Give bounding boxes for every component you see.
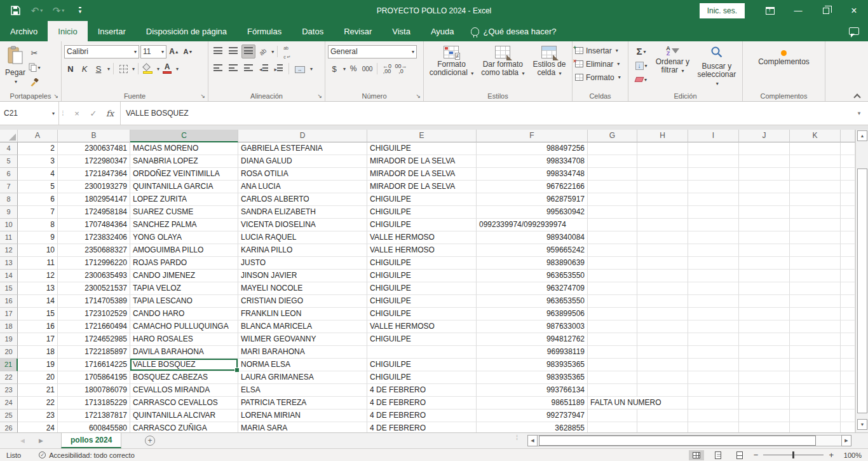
cell-J15[interactable] xyxy=(739,282,790,295)
cell-C18[interactable]: CAMACHO PULLUQUINGA xyxy=(130,320,238,333)
cell-K23[interactable] xyxy=(790,384,841,397)
cell-G14[interactable] xyxy=(588,270,637,282)
format-cells-button[interactable]: Formato▾ xyxy=(575,71,625,84)
cell-B8[interactable]: 1802954147 xyxy=(58,193,130,206)
cell-H19[interactable] xyxy=(637,333,688,346)
cell-C13[interactable]: ROJAS PARDO xyxy=(130,257,238,270)
zoom-level[interactable]: 100% xyxy=(840,451,862,459)
cell-A5[interactable]: 3 xyxy=(18,155,58,168)
column-header-D[interactable]: D xyxy=(238,130,367,142)
cell-K15[interactable] xyxy=(790,282,841,295)
expand-formula-bar-icon[interactable]: ▾ xyxy=(850,102,868,125)
cell-J25[interactable] xyxy=(739,409,790,422)
row-header-17[interactable]: 17 xyxy=(0,308,18,320)
cell-G15[interactable] xyxy=(588,282,637,295)
cell-H8[interactable] xyxy=(637,193,688,206)
cell-A26[interactable]: 24 xyxy=(18,422,58,432)
cell-J24[interactable] xyxy=(739,397,790,409)
cell-K11[interactable] xyxy=(790,231,841,244)
cell-E11[interactable]: VALLE HERMOSO xyxy=(367,231,477,244)
scroll-left-icon[interactable]: ◀ xyxy=(527,435,538,446)
cell-I25[interactable] xyxy=(688,409,739,422)
align-right-icon[interactable] xyxy=(241,62,255,76)
cell-D21[interactable]: NORMA ELSA xyxy=(238,359,367,371)
cell-partial-22[interactable] xyxy=(841,371,855,384)
fill-color-icon[interactable] xyxy=(142,62,154,75)
cell-I13[interactable] xyxy=(688,257,739,270)
row-header-22[interactable]: 22 xyxy=(0,371,18,384)
cell-J26[interactable] xyxy=(739,422,790,432)
cell-E12[interactable]: VALLE HERMOSO xyxy=(367,244,477,257)
align-bottom-icon[interactable] xyxy=(241,45,255,58)
cell-G7[interactable] xyxy=(588,181,637,193)
tab-archivo[interactable]: Archivo xyxy=(0,21,48,41)
cell-G24[interactable]: FALTA UN NUMERO xyxy=(588,397,637,409)
cell-K18[interactable] xyxy=(790,320,841,333)
cell-H12[interactable] xyxy=(637,244,688,257)
cell-K12[interactable] xyxy=(790,244,841,257)
cell-G9[interactable] xyxy=(588,206,637,219)
decrease-indent-icon[interactable]: ◂ xyxy=(257,62,271,76)
cell-G4[interactable] xyxy=(588,142,637,155)
cell-G12[interactable] xyxy=(588,244,637,257)
cell-C6[interactable]: ORDOÑEZ VEINTIMILLA xyxy=(130,168,238,181)
cell-D14[interactable]: JINSON JAVIER xyxy=(238,270,367,282)
cell-B4[interactable]: 2300637481 xyxy=(58,142,130,155)
cell-partial-7[interactable] xyxy=(841,181,855,193)
cell-C14[interactable]: CANDO JIMENEZ xyxy=(130,270,238,282)
cell-G22[interactable] xyxy=(588,371,637,384)
cell-I8[interactable] xyxy=(688,193,739,206)
vertical-scroll-thumb[interactable] xyxy=(857,169,867,413)
row-header-14[interactable]: 14 xyxy=(0,270,18,282)
formula-input[interactable]: VALLE BOSQUEZ xyxy=(121,102,850,125)
cell-D6[interactable]: ROSA OTILIA xyxy=(238,168,367,181)
orientation-icon[interactable]: ab xyxy=(257,45,269,58)
restore-button[interactable] xyxy=(812,0,840,21)
cell-B18[interactable]: 1721660494 xyxy=(58,320,130,333)
column-header-K[interactable]: K xyxy=(790,130,841,142)
cell-B9[interactable]: 1724958184 xyxy=(58,206,130,219)
cell-I15[interactable] xyxy=(688,282,739,295)
cell-G17[interactable] xyxy=(588,308,637,320)
scroll-right-icon[interactable]: ▶ xyxy=(841,435,851,446)
cell-I12[interactable] xyxy=(688,244,739,257)
cell-K21[interactable] xyxy=(790,359,841,371)
cell-F8[interactable]: 962875917 xyxy=(477,193,588,206)
cell-K8[interactable] xyxy=(790,193,841,206)
column-header-G[interactable]: G xyxy=(588,130,637,142)
cell-E20[interactable] xyxy=(367,346,477,359)
zoom-slider[interactable] xyxy=(763,455,824,455)
cell-I23[interactable] xyxy=(688,384,739,397)
cell-partial-24[interactable] xyxy=(841,397,855,409)
cell-D25[interactable]: LORENA MIRIAN xyxy=(238,409,367,422)
insert-cells-button[interactable]: + Insertar▾ xyxy=(575,44,625,57)
cell-C25[interactable]: QUINTANILLA ALCIVAR xyxy=(130,409,238,422)
cell-partial-20[interactable] xyxy=(841,346,855,359)
cell-A21[interactable]: 19 xyxy=(18,359,58,371)
cell-J23[interactable] xyxy=(739,384,790,397)
cell-F21[interactable]: 983935365 xyxy=(477,359,588,371)
column-header-B[interactable]: B xyxy=(58,130,130,142)
cell-E9[interactable]: CHIGUILPE xyxy=(367,206,477,219)
cell-partial-11[interactable] xyxy=(841,231,855,244)
cell-C12[interactable]: AMOGUIMBA PILLO xyxy=(130,244,238,257)
cell-C26[interactable]: CARRASCO ZUÑIGA xyxy=(130,422,238,432)
borders-icon[interactable] xyxy=(117,62,130,75)
cell-I16[interactable] xyxy=(688,295,739,308)
cell-H15[interactable] xyxy=(637,282,688,295)
cell-D15[interactable]: MAYELI NOCOLE xyxy=(238,282,367,295)
cell-H16[interactable] xyxy=(637,295,688,308)
cell-B19[interactable]: 1724652985 xyxy=(58,333,130,346)
cell-K19[interactable] xyxy=(790,333,841,346)
cell-B10[interactable]: 1707484364 xyxy=(58,219,130,231)
cell-A15[interactable]: 13 xyxy=(18,282,58,295)
cell-D10[interactable]: VICENTA DIOSELINA xyxy=(238,219,367,231)
cell-J12[interactable] xyxy=(739,244,790,257)
cell-K24[interactable] xyxy=(790,397,841,409)
cell-B23[interactable]: 1800786079 xyxy=(58,384,130,397)
cell-G19[interactable] xyxy=(588,333,637,346)
font-dialog-launcher-icon[interactable]: ↘ xyxy=(200,93,205,99)
cell-C23[interactable]: CEVALLOS MIRANDA xyxy=(130,384,238,397)
cell-H7[interactable] xyxy=(637,181,688,193)
percent-format-icon[interactable]: % xyxy=(347,62,360,75)
